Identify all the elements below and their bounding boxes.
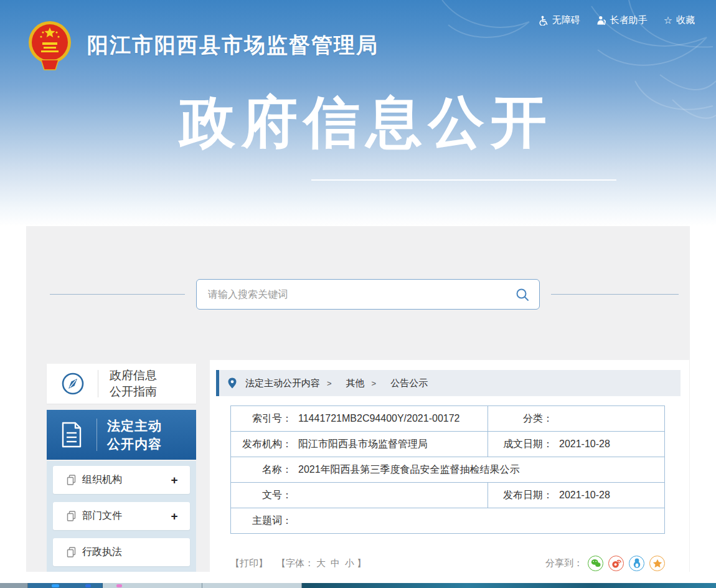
publish-date-cell: 发布日期：2021-10-28 xyxy=(488,483,665,508)
sidebar-item-label: 部门文件 xyxy=(82,510,122,523)
sidebar-item-department-files[interactable]: 部门文件 + xyxy=(53,502,190,530)
taskbar xyxy=(0,583,716,588)
field-value: 2021-10-28 xyxy=(559,490,610,500)
search-box xyxy=(196,279,540,310)
search-icon[interactable] xyxy=(516,288,529,301)
article-toolbar: 【打印】 【字体： 大 中 小 】 分享到： xyxy=(230,554,665,572)
agency-cell: 发布机构：阳江市阳西县市场监督管理局 xyxy=(231,432,488,457)
favorite-link[interactable]: ☆ 收藏 xyxy=(664,14,695,26)
breadcrumb-separator: > xyxy=(327,379,332,388)
page: 阳江市阳西县市场监督管理局 无障碍 长者助手 xyxy=(0,0,716,588)
taskbar-app-icon xyxy=(116,584,122,587)
search-divider-right xyxy=(551,294,679,295)
accessibility-link[interactable]: 无障碍 xyxy=(539,14,580,26)
field-label: 发布机构： xyxy=(233,438,292,451)
sidebar-guide-label: 政府信息 公开指南 xyxy=(110,368,157,400)
written-date-cell: 成文日期：2021-10-28 xyxy=(488,432,665,457)
taskbar-app-icon xyxy=(85,584,91,587)
taskbar-app-icon xyxy=(52,584,59,587)
table-row: 索引号：11441721MB2C94400Y/2021-00172 分类： xyxy=(231,406,665,432)
font-size-large-button[interactable]: 大 xyxy=(316,557,326,569)
share-label: 分享到： xyxy=(545,557,583,569)
share-wechat-icon[interactable] xyxy=(588,556,603,571)
field-value: 阳江市阳西县市场监督管理局 xyxy=(298,439,428,449)
taskbar-app-segment[interactable] xyxy=(202,583,302,588)
sidebar-item-law-enforcement[interactable]: 行政执法 xyxy=(53,538,190,566)
taskbar-tray-segment[interactable] xyxy=(302,583,716,588)
field-value: 11441721MB2C94400Y/2021-00172 xyxy=(298,413,459,424)
name-cell: 名称：2021年阳西县第三季度食品安全监督抽检结果公示 xyxy=(231,457,665,483)
page-title: 政府信息公开 xyxy=(0,85,716,161)
sidebar-item-guide[interactable]: 政府信息 公开指南 xyxy=(47,364,196,404)
font-size-small-button[interactable]: 小 xyxy=(345,557,354,569)
pages-icon xyxy=(67,547,76,557)
table-row: 主题词： xyxy=(231,508,665,534)
pages-icon xyxy=(67,511,76,521)
print-button[interactable]: 【打印】 xyxy=(230,557,268,569)
breadcrumb-item-announcements[interactable]: 公告公示 xyxy=(390,377,428,389)
breadcrumb: 法定主动公开内容 > 其他 > 公告公示 xyxy=(216,370,681,396)
compass-icon xyxy=(60,371,85,396)
sidebar-active-label: 法定主动 公开内容 xyxy=(107,417,162,453)
taskbar-start-segment[interactable] xyxy=(0,583,28,588)
expand-plus-icon[interactable]: + xyxy=(170,510,179,523)
table-row: 发布机构：阳江市阳西县市场监督管理局 成文日期：2021-10-28 xyxy=(231,432,665,457)
share-qzone-star-icon[interactable] xyxy=(649,556,665,571)
field-label: 成文日期： xyxy=(491,438,553,451)
index-cell: 索引号：11441721MB2C94400Y/2021-00172 xyxy=(231,406,488,432)
elder-assistant-link[interactable]: 长者助手 xyxy=(596,14,648,26)
field-label: 文号： xyxy=(233,489,292,502)
share-weibo-icon[interactable] xyxy=(608,556,624,571)
field-value: 2021年阳西县第三季度食品安全监督抽检结果公示 xyxy=(298,464,520,475)
field-label: 名称： xyxy=(233,463,292,477)
favorite-star-icon: ☆ xyxy=(664,16,672,26)
field-label: 发布日期： xyxy=(491,489,553,502)
doc-number-cell: 文号： xyxy=(231,483,488,508)
national-emblem-logo xyxy=(27,19,72,71)
sidebar-item-legal-disclosure[interactable]: 法定主动 公开内容 xyxy=(47,410,196,460)
breadcrumb-separator: > xyxy=(372,379,377,388)
share-group: 分享到： xyxy=(545,556,665,571)
location-pin-icon xyxy=(228,377,237,389)
share-qq-icon[interactable] xyxy=(629,556,644,571)
site-title: 阳江市阳西县市场监督管理局 xyxy=(87,31,379,60)
header-banner: 阳江市阳西县市场监督管理局 无障碍 长者助手 xyxy=(0,0,716,226)
elder-assistant-icon xyxy=(596,16,606,26)
sidebar-submenu: 组织机构 + 部门文件 + 行政执法 xyxy=(47,461,196,572)
pages-icon xyxy=(67,475,76,485)
field-value: 2021-10-28 xyxy=(559,439,610,449)
table-row: 文号： 发布日期：2021-10-28 xyxy=(231,483,665,508)
keywords-cell: 主题词： xyxy=(231,508,665,534)
taskbar-app-segment[interactable] xyxy=(103,583,202,588)
search-input[interactable] xyxy=(197,280,539,309)
category-cell: 分类： xyxy=(488,406,665,432)
font-size-prefix: 【字体： xyxy=(276,557,314,569)
font-size-control: 【字体： 大 中 小 】 xyxy=(276,557,366,569)
breadcrumb-item-legal-disclosure[interactable]: 法定主动公开内容 xyxy=(245,377,320,389)
field-label: 主题词： xyxy=(233,514,292,528)
font-size-medium-button[interactable]: 中 xyxy=(331,557,340,569)
divider xyxy=(98,370,98,397)
accessibility-icon xyxy=(539,16,549,26)
expand-plus-icon[interactable]: + xyxy=(170,473,179,487)
field-label: 索引号： xyxy=(233,412,292,425)
search-divider-left xyxy=(50,294,185,295)
sidebar-item-label: 组织机构 xyxy=(82,473,122,486)
favorite-label: 收藏 xyxy=(676,14,695,26)
divider xyxy=(97,419,97,451)
font-size-suffix: 】 xyxy=(357,557,366,569)
breadcrumb-item-other[interactable]: 其他 xyxy=(346,377,365,389)
document-icon xyxy=(60,422,83,448)
taskbar-app-segment[interactable] xyxy=(28,583,103,588)
document-info-table: 索引号：11441721MB2C94400Y/2021-00172 分类： 发布… xyxy=(230,405,665,534)
title-underline xyxy=(311,179,616,181)
sidebar-item-label: 行政执法 xyxy=(82,546,122,559)
utility-links: 无障碍 长者助手 ☆ 收藏 xyxy=(539,14,695,26)
breadcrumb-accent-bar xyxy=(216,370,219,396)
elder-assistant-label: 长者助手 xyxy=(610,14,648,26)
table-row: 名称：2021年阳西县第三季度食品安全监督抽检结果公示 xyxy=(231,457,665,483)
sidebar-item-organization[interactable]: 组织机构 + xyxy=(53,466,190,494)
accessibility-label: 无障碍 xyxy=(552,14,580,26)
field-label: 分类： xyxy=(491,412,553,425)
